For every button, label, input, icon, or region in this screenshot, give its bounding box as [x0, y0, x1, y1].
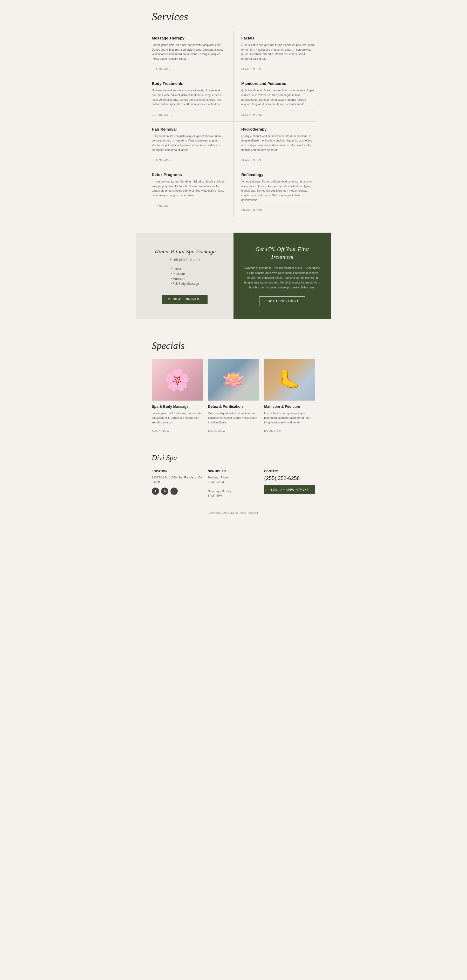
- footer: Divi Spa Location 1234 Divi St. #1000, S…: [136, 443, 331, 519]
- instagram-icon[interactable]: in: [170, 488, 178, 495]
- service-item-body-treatments: Body Treatments Nisl massa, ultrices vit…: [152, 76, 234, 121]
- service-description: Lorem ipsum dolor sit amet, consectetur …: [152, 43, 226, 61]
- special-image-rose: [152, 359, 203, 401]
- discount-title: Get 15% Off Your First Treatment: [244, 246, 321, 260]
- service-item-facials: Facials Luctus lectus non quisque turpis…: [234, 31, 315, 76]
- service-description: Nisl massa, ultrices vitae ornare sit am…: [152, 88, 226, 107]
- service-description: Quisque aliquet velit sit amet sem inter…: [241, 134, 315, 152]
- service-description: Luctus lectus non quisque turpis bibendu…: [241, 43, 315, 61]
- service-item-hydrotherapy: Hydrotherapy Quisque aliquet velit sit a…: [234, 122, 315, 167]
- special-card-massage: Spa & Body Massage Lorem ipsum dolor sit…: [152, 359, 203, 433]
- footer-grid: Location 1234 Divi St. #1000, San Franci…: [152, 469, 315, 498]
- facebook-icon[interactable]: f: [152, 488, 159, 495]
- footer-location-address: 1234 Divi St. #1000, San Francisco, CA 9…: [152, 475, 203, 484]
- service-item-reflexology: Reflexology Ac feugiat ante. Donec ultri…: [234, 167, 315, 217]
- service-item-hair-removal: Hair Removal Fermentum nulla non justo a…: [152, 122, 234, 167]
- special-name: Manicure & Pedicure: [264, 404, 315, 409]
- divider: [152, 202, 226, 202]
- footer-brand: Divi Spa: [152, 453, 315, 462]
- discount-book-button[interactable]: BOOK APPOINTMENT: [259, 296, 305, 306]
- service-name: Hydrotherapy: [241, 127, 315, 131]
- winter-package: Winter Ritual Spa Package $185 ($300 Val…: [136, 232, 234, 319]
- learn-more-link[interactable]: LEARN MORE: [241, 68, 315, 71]
- discount-description: Vivamus id gravida mi, nec ullamcorper p…: [244, 266, 321, 290]
- special-description: Luctus lectus non quisque turpis bibendu…: [264, 411, 315, 425]
- page-title: Services: [152, 10, 315, 23]
- footer-weekend-hours: 8AM - 8PM: [208, 493, 259, 498]
- footer-weekend: Saturday - Sunday: [208, 489, 259, 494]
- special-image-pedicure: [264, 359, 315, 401]
- special-card-pedicure: Manicure & Pedicure Luctus lectus non qu…: [264, 359, 315, 433]
- footer-weekdays: Monday - Friday: [208, 475, 259, 480]
- discount-package: Get 15% Off Your First Treatment Vivamus…: [234, 232, 331, 319]
- service-description: In non pulvinar purus. Curabitur nisi od…: [152, 180, 226, 197]
- service-description: Quis blandit erat. Donec laoreet libero …: [241, 88, 315, 107]
- special-description: Quisque aliquet velit sit amet interdum …: [208, 411, 259, 425]
- special-card-detox: Detox & Purification Quisque aliquet vel…: [208, 359, 259, 433]
- social-icons: f 𝕏 in: [152, 488, 203, 495]
- service-name: Manicure and Pedicures: [241, 81, 315, 86]
- divider: [152, 156, 226, 156]
- learn-more-link[interactable]: LEARN MORE: [152, 205, 226, 207]
- special-description: Lorem ipsum dolor sit amet, consectetur …: [152, 411, 203, 425]
- footer-contact-col: Contact (255) 352-6258 BOOK AN APPOINTME…: [264, 469, 315, 498]
- package-item-pedicure: Pedicure: [171, 272, 199, 276]
- book-now-link[interactable]: BOOK NOW: [264, 430, 282, 432]
- package-item-facial: Facial: [171, 267, 199, 271]
- service-item-message-therapy: Message Therapy Lorem ipsum dolor sit am…: [152, 31, 234, 76]
- learn-more-link[interactable]: LEARN MORE: [241, 209, 315, 212]
- footer-phone: (255) 352-6258: [264, 475, 315, 481]
- service-item-manicure-pedicures: Manicure and Pedicures Quis blandit erat…: [234, 76, 315, 121]
- twitter-icon[interactable]: 𝕏: [161, 488, 168, 495]
- service-name: Message Therapy: [152, 36, 226, 40]
- service-description: Ac feugiat ante. Donec ultricies loborti…: [241, 180, 315, 202]
- book-now-link[interactable]: BOOK NOW: [208, 430, 226, 432]
- service-description: Fermentum nulla non justo aliquet, quis …: [152, 134, 226, 152]
- special-name: Detox & Purification: [208, 404, 259, 409]
- services-section: Services Message Therapy Lorem ipsum dol…: [136, 0, 331, 222]
- learn-more-link[interactable]: LEARN MORE: [152, 113, 226, 116]
- package-item-manicure: Manicure: [171, 277, 199, 281]
- learn-more-link[interactable]: LEARN MORE: [241, 113, 315, 116]
- packages-section: Winter Ritual Spa Package $185 ($300 Val…: [136, 232, 331, 319]
- learn-more-link[interactable]: LEARN MORE: [241, 159, 315, 162]
- footer-contact-heading: Contact: [264, 469, 315, 473]
- footer-hours-col: Spa Hours Monday - Friday 7AM - 10PM Sat…: [208, 469, 259, 498]
- special-image-detox: [208, 359, 259, 401]
- winter-package-list: Facial Pedicure Manicure Full Body Massa…: [171, 267, 199, 287]
- learn-more-link[interactable]: LEARN MORE: [152, 68, 226, 71]
- service-name: Body Treatments: [152, 81, 226, 86]
- specials-heading: Specials: [152, 340, 315, 351]
- footer-hours-heading: Spa Hours: [208, 469, 259, 473]
- divider: [241, 156, 315, 156]
- book-appointment-button[interactable]: BOOK APPOINTMENT: [162, 295, 208, 304]
- special-name: Spa & Body Massage: [152, 404, 203, 409]
- services-grid: Message Therapy Lorem ipsum dolor sit am…: [152, 31, 315, 217]
- service-name: Detox Programs: [152, 172, 226, 177]
- service-name: Hair Removal: [152, 127, 226, 131]
- footer-weekday-hours: 7AM - 10PM: [208, 480, 259, 484]
- service-item-detox-programs: Detox Programs In non pulvinar purus. Cu…: [152, 167, 234, 217]
- footer-divider: [152, 506, 315, 506]
- package-item-massage: Full Body Massage: [171, 282, 199, 286]
- winter-package-price: $185 ($300 Value): [170, 258, 200, 262]
- book-now-link[interactable]: BOOK NOW: [152, 430, 169, 432]
- book-appointment-footer-button[interactable]: BOOK AN APPOINTMENT: [264, 485, 315, 494]
- winter-package-title: Winter Ritual Spa Package: [154, 248, 216, 255]
- specials-grid: Spa & Body Massage Lorem ipsum dolor sit…: [152, 359, 315, 433]
- specials-section: Specials Spa & Body Massage Lorem ipsum …: [136, 329, 331, 443]
- learn-more-link[interactable]: LEARN MORE: [152, 159, 226, 162]
- footer-copyright: Copyright © 2024 Divi. All Rights Reserv…: [152, 511, 315, 514]
- footer-location-col: Location 1234 Divi St. #1000, San Franci…: [152, 469, 203, 498]
- service-name: Facials: [241, 36, 315, 40]
- footer-location-heading: Location: [152, 469, 203, 473]
- service-name: Reflexology: [241, 172, 315, 177]
